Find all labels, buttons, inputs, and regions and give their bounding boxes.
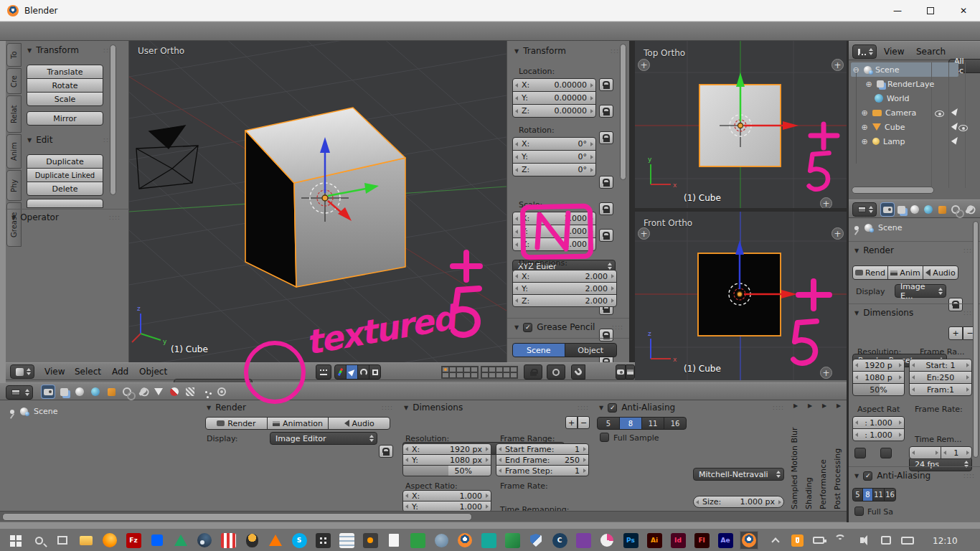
collapsed-panel-shading[interactable]: Shading — [804, 413, 814, 509]
dimensions-z-field[interactable]: Z:2.000 — [512, 294, 617, 307]
power-tray-icon[interactable] — [809, 531, 828, 550]
tree-expand-icon[interactable]: ⊕ — [860, 137, 869, 146]
edit-panel-header[interactable]: ▼Edit:::: — [27, 135, 115, 145]
dimensions-panel-header[interactable]: ▼Dimensions:::: — [404, 402, 589, 413]
outliner-item-renderlayers[interactable]: ⊕ RenderLaye — [864, 77, 934, 91]
indesign-icon[interactable]: Id — [669, 531, 687, 550]
render-still-button[interactable]: Rend — [852, 265, 888, 280]
frame-step-field[interactable]: Frame Step:1 — [496, 465, 589, 476]
tab-render-layers[interactable] — [57, 385, 70, 398]
grease-pencil-panel-header[interactable]: ▼✓Grease Pencil:::: — [514, 322, 623, 332]
outliner-item-cube[interactable]: ⊕ Cube — [860, 120, 905, 134]
expand-icon[interactable]: ▶ — [837, 402, 841, 409]
render-panel-header[interactable]: ▼Render:::: — [207, 402, 393, 413]
clock[interactable]: 12:10 — [933, 536, 958, 546]
tool-shelf-tab-relations[interactable]: Relat — [6, 95, 22, 133]
aa-samples-16-button[interactable]: 16 — [884, 488, 896, 501]
file-explorer-icon[interactable] — [77, 531, 95, 550]
rotation-z-field[interactable]: Z:0° — [512, 163, 596, 176]
time-old-field[interactable] — [909, 446, 941, 459]
tab-object-data[interactable] — [152, 385, 165, 398]
pin-icon[interactable] — [854, 226, 859, 230]
aa-samples-8-button[interactable]: 8 — [619, 417, 642, 430]
start-frame-field[interactable]: Start Frame:1 — [496, 443, 589, 455]
notepad-icon[interactable] — [337, 531, 356, 550]
scrollbar-thumb[interactable] — [2, 513, 472, 521]
aa-samples-5-button[interactable]: 5 — [852, 488, 863, 501]
render-animation-button[interactable]: Anim — [887, 265, 923, 280]
flash-icon[interactable]: Fl — [692, 531, 711, 550]
firefox-icon[interactable] — [100, 531, 119, 550]
document-icon[interactable] — [385, 531, 403, 550]
menu-select[interactable]: Select — [75, 367, 101, 377]
tab-world[interactable] — [922, 203, 935, 216]
scale-button[interactable]: Scale — [27, 92, 103, 106]
aa-samples-11-button[interactable]: 11 — [872, 488, 885, 501]
tab-scene[interactable] — [73, 385, 86, 398]
rotation-x-field[interactable]: X:0° — [512, 137, 596, 151]
layers-grid-1[interactable] — [441, 366, 479, 379]
tree-expand-icon[interactable]: ⊕ — [860, 108, 869, 118]
sublime-text-icon[interactable] — [361, 531, 380, 550]
wondershare-icon[interactable] — [479, 531, 498, 550]
steam-icon[interactable] — [195, 531, 214, 550]
lock-icon[interactable] — [599, 202, 613, 215]
penguin-app-icon[interactable] — [242, 531, 261, 550]
purple-app-icon[interactable] — [574, 531, 593, 550]
aspect-x-field[interactable]: X:1.000 — [402, 490, 491, 501]
manipulator-axis-button[interactable] — [334, 364, 347, 380]
tab-modifiers[interactable] — [963, 203, 976, 216]
dimensions-x-field[interactable]: X:2.000 — [512, 270, 617, 283]
outliner-item-lamp[interactable]: ⊕ Lamp — [860, 134, 905, 149]
filezilla-icon[interactable]: Fz — [124, 531, 143, 550]
tab-object[interactable] — [105, 385, 118, 398]
expand-panel-plus-icon[interactable]: + — [831, 59, 844, 71]
close-button[interactable]: ✕ — [947, 0, 980, 21]
manipulate-center-points-button[interactable] — [316, 364, 331, 380]
menu-object[interactable]: Object — [139, 367, 167, 377]
grease-pencil-checkbox[interactable]: ✓ — [523, 323, 532, 332]
dimensions-y-field[interactable]: Y:2.000 — [512, 282, 617, 295]
scale-x-field[interactable]: X:1.000 — [512, 212, 596, 225]
border-checkbox[interactable] — [854, 448, 866, 458]
viewport-3d[interactable]: z y User Ortho (1) Cube — [129, 41, 507, 362]
tab-constraints[interactable] — [121, 385, 133, 398]
expand-icon[interactable]: ▶ — [793, 402, 798, 409]
keyboard-tray-icon[interactable] — [898, 531, 917, 550]
resolution-x-field[interactable]: 1920 p — [852, 359, 905, 372]
anti-aliasing-checkbox[interactable]: ✓ — [863, 471, 872, 481]
delete-button[interactable]: Delete — [27, 182, 103, 196]
tab-render[interactable] — [42, 385, 55, 398]
full-sample-checkbox[interactable] — [600, 433, 609, 442]
tab-render-layers[interactable] — [895, 203, 908, 216]
tab-object[interactable] — [936, 203, 948, 216]
scale-y-field[interactable]: Y:1.000 — [512, 225, 596, 238]
area-divider[interactable] — [629, 41, 635, 380]
object-toggle-button[interactable]: Object — [565, 343, 618, 357]
transform-panel-header[interactable]: ▼Transform:::: — [514, 46, 622, 56]
photoshop-icon[interactable]: Ps — [621, 531, 640, 550]
location-y-field[interactable]: Y:0.00000 — [512, 91, 596, 105]
editor-type-selector[interactable] — [10, 364, 34, 379]
aa-samples-11-button[interactable]: 11 — [641, 417, 664, 430]
tree-collapse-icon[interactable]: ⊖ — [852, 65, 860, 75]
frame-step-field[interactable]: Fram:1 — [909, 383, 972, 396]
opengl-render-image-button[interactable] — [616, 364, 626, 380]
green-app-icon[interactable] — [408, 531, 427, 550]
time-new-field[interactable]: 1 — [941, 446, 973, 459]
task-view-icon[interactable] — [53, 531, 72, 550]
maximize-button[interactable] — [914, 0, 947, 21]
mirror-button[interactable]: Mirror — [27, 111, 103, 126]
anti-aliasing-checkbox[interactable]: ✓ — [608, 403, 617, 413]
crop-checkbox[interactable] — [880, 448, 892, 458]
illustrator-icon[interactable]: Ai — [645, 531, 664, 550]
viewport-front-ortho[interactable]: z x Front Ortho (1) Cube + + + — [635, 212, 847, 380]
volume-tray-icon[interactable] — [852, 531, 871, 550]
anti-aliasing-panel-header[interactable]: ▼✓Anti-Aliasing:::: — [599, 402, 784, 413]
end-frame-field[interactable]: End Frame:250 — [496, 454, 589, 466]
menu-add[interactable]: Add — [112, 367, 128, 377]
aspect-x-field[interactable]: : 1.000 — [852, 416, 905, 429]
skype-icon[interactable]: S — [290, 531, 308, 550]
tab-render[interactable] — [881, 203, 894, 216]
render-audio-button[interactable]: Audio — [923, 265, 958, 280]
